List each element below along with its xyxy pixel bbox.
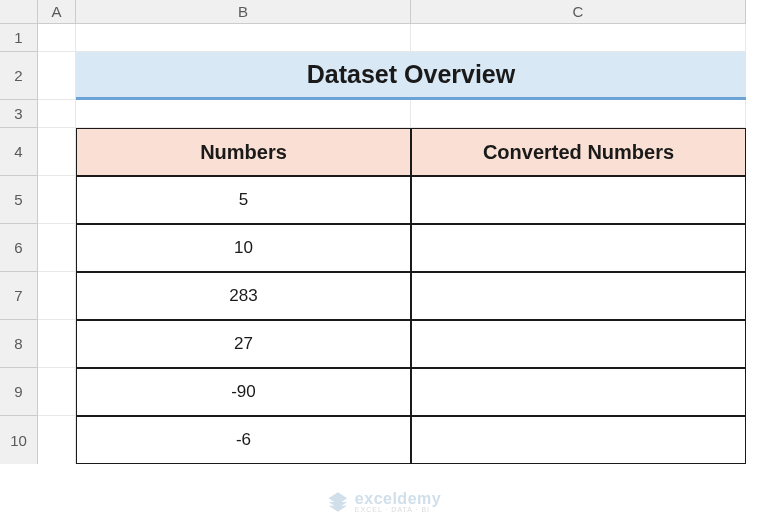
cell-b3[interactable] bbox=[76, 100, 411, 128]
cell-a3[interactable] bbox=[38, 100, 76, 128]
cell-a1[interactable] bbox=[38, 24, 76, 52]
spreadsheet-grid: A B C 1 2 Dataset Overview 3 4 Numbers C… bbox=[0, 0, 768, 464]
select-all-corner[interactable] bbox=[0, 0, 38, 24]
cell-b10[interactable]: -6 bbox=[76, 416, 411, 464]
col-header-b[interactable]: B bbox=[76, 0, 411, 24]
cell-a6[interactable] bbox=[38, 224, 76, 272]
cell-b1[interactable] bbox=[76, 24, 411, 52]
cell-b7[interactable]: 283 bbox=[76, 272, 411, 320]
cell-b6[interactable]: 10 bbox=[76, 224, 411, 272]
row-header-5[interactable]: 5 bbox=[0, 176, 38, 224]
row-header-2[interactable]: 2 bbox=[0, 52, 38, 100]
cell-c6[interactable] bbox=[411, 224, 746, 272]
row-header-10[interactable]: 10 bbox=[0, 416, 38, 464]
cell-b5[interactable]: 5 bbox=[76, 176, 411, 224]
cell-a5[interactable] bbox=[38, 176, 76, 224]
cell-a7[interactable] bbox=[38, 272, 76, 320]
cell-c8[interactable] bbox=[411, 320, 746, 368]
cell-c5[interactable] bbox=[411, 176, 746, 224]
table-header-converted[interactable]: Converted Numbers bbox=[411, 128, 746, 176]
cell-a8[interactable] bbox=[38, 320, 76, 368]
watermark-sub: EXCEL · DATA · BI bbox=[355, 506, 441, 513]
cell-a2[interactable] bbox=[38, 52, 76, 100]
cell-c3[interactable] bbox=[411, 100, 746, 128]
cell-a4[interactable] bbox=[38, 128, 76, 176]
row-header-8[interactable]: 8 bbox=[0, 320, 38, 368]
row-header-4[interactable]: 4 bbox=[0, 128, 38, 176]
table-header-numbers[interactable]: Numbers bbox=[76, 128, 411, 176]
row-header-3[interactable]: 3 bbox=[0, 100, 38, 128]
col-header-a[interactable]: A bbox=[38, 0, 76, 24]
cell-c7[interactable] bbox=[411, 272, 746, 320]
col-header-c[interactable]: C bbox=[411, 0, 746, 24]
cell-b9[interactable]: -90 bbox=[76, 368, 411, 416]
cell-a10[interactable] bbox=[38, 416, 76, 464]
watermark: exceldemy EXCEL · DATA · BI bbox=[327, 490, 441, 513]
row-header-9[interactable]: 9 bbox=[0, 368, 38, 416]
logo-icon bbox=[327, 491, 349, 513]
cell-c10[interactable] bbox=[411, 416, 746, 464]
row-header-7[interactable]: 7 bbox=[0, 272, 38, 320]
cell-c9[interactable] bbox=[411, 368, 746, 416]
cell-c1[interactable] bbox=[411, 24, 746, 52]
row-header-6[interactable]: 6 bbox=[0, 224, 38, 272]
row-header-1[interactable]: 1 bbox=[0, 24, 38, 52]
title-cell[interactable]: Dataset Overview bbox=[76, 52, 746, 100]
watermark-name: exceldemy bbox=[355, 490, 441, 508]
cell-a9[interactable] bbox=[38, 368, 76, 416]
cell-b8[interactable]: 27 bbox=[76, 320, 411, 368]
